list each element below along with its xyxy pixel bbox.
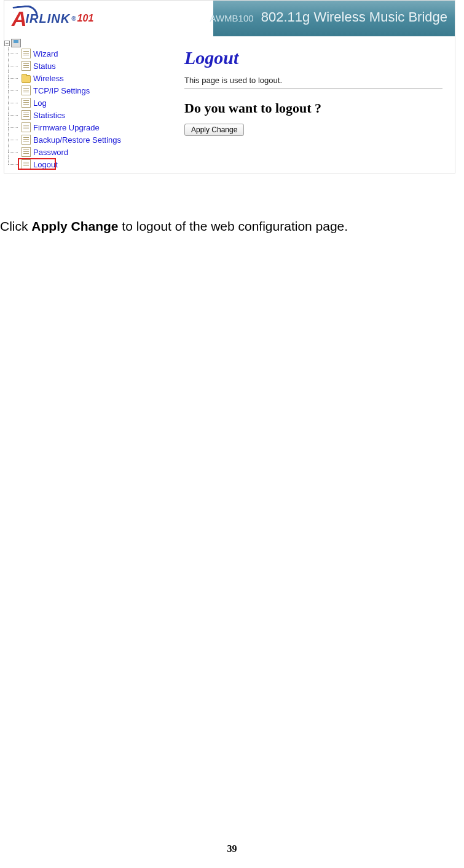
tree-connector-icon (6, 158, 22, 170)
tree-connector-icon (6, 97, 22, 109)
instruction-suffix: to logout of the web configuration page. (119, 219, 348, 233)
tree-connector-icon (6, 133, 22, 146)
file-icon (22, 49, 31, 58)
sidebar-item-status[interactable]: Status (6, 60, 146, 72)
file-icon (22, 122, 31, 132)
logo-container: A IRLINK ® 101 (4, 1, 213, 36)
sidebar-label: Password (33, 148, 68, 157)
sidebar-item-log[interactable]: Log (6, 97, 146, 109)
sidebar-item-backup[interactable]: Backup/Restore Settings (6, 133, 146, 146)
sidebar-label: Status (33, 62, 56, 71)
sidebar-label: TCP/IP Settings (33, 86, 90, 95)
file-icon (22, 159, 31, 169)
file-icon (22, 98, 31, 108)
sidebar-label: Wireless (33, 74, 64, 83)
page-description: This page is used to logout. (184, 76, 442, 89)
sidebar-item-wizard[interactable]: Wizard (6, 47, 146, 60)
computer-icon (11, 39, 21, 47)
tree-connector-icon (6, 146, 22, 158)
file-icon (22, 147, 31, 157)
tree-connector-icon (6, 60, 22, 72)
tree-connector-icon (6, 121, 22, 133)
sidebar-label: Logout (33, 160, 58, 169)
file-icon (22, 61, 31, 71)
folder-icon (22, 75, 31, 83)
tree-connector-icon (6, 109, 22, 121)
file-icon (22, 135, 31, 145)
sidebar-item-firmware[interactable]: Firmware Upgrade (6, 121, 146, 133)
sidebar-label: Backup/Restore Settings (33, 135, 121, 145)
sidebar-item-password[interactable]: Password (6, 146, 146, 158)
logout-question: Do you want to logout ? (184, 100, 442, 116)
tree-connector-icon (6, 47, 22, 60)
file-icon (22, 86, 31, 95)
page-number: 39 (227, 843, 237, 854)
sidebar-label: Firmware Upgrade (33, 123, 100, 132)
file-icon (22, 110, 31, 120)
main-content: Logout This page is used to logout. Do y… (147, 36, 455, 173)
router-admin-screenshot: A IRLINK ® 101 AWMB100 802.11g Wireless … (4, 0, 455, 173)
logo-swoosh-icon (12, 4, 37, 17)
sidebar-item-statistics[interactable]: Statistics (6, 109, 146, 121)
tree-connector-icon (6, 84, 22, 97)
collapse-icon[interactable]: − (4, 41, 10, 46)
tree-connector-icon (6, 72, 22, 84)
sidebar-item-logout[interactable]: Logout (6, 158, 146, 170)
sidebar-label: Log (33, 98, 47, 108)
logo-registered-icon: ® (71, 15, 76, 22)
sidebar-item-tcpip[interactable]: TCP/IP Settings (6, 84, 146, 97)
header-product-title: AWMB100 802.11g Wireless Music Bridge (210, 9, 447, 25)
instruction-text: Click Apply Change to logout of the web … (0, 219, 348, 234)
navigation-tree: − Wizard Status Wireless TCP/I (4, 36, 147, 173)
sidebar-label: Statistics (33, 111, 65, 120)
sidebar-label: Wizard (33, 49, 58, 58)
header-product-name: 802.11g Wireless Music Bridge (261, 9, 447, 25)
apply-change-button[interactable]: Apply Change (184, 124, 244, 136)
airlink-logo: A IRLINK ® 101 (12, 7, 93, 31)
header-model-number: AWMB100 (210, 13, 253, 23)
instruction-strong: Apply Change (31, 219, 118, 233)
tree-root[interactable]: − (4, 39, 146, 47)
sidebar-item-wireless[interactable]: Wireless (6, 72, 146, 84)
page-title: Logout (184, 47, 442, 68)
logo-model-suffix: 101 (77, 13, 94, 24)
instruction-prefix: Click (0, 219, 31, 233)
header-bar: A IRLINK ® 101 AWMB100 802.11g Wireless … (4, 1, 455, 36)
logo-letter-a: A (12, 7, 27, 31)
